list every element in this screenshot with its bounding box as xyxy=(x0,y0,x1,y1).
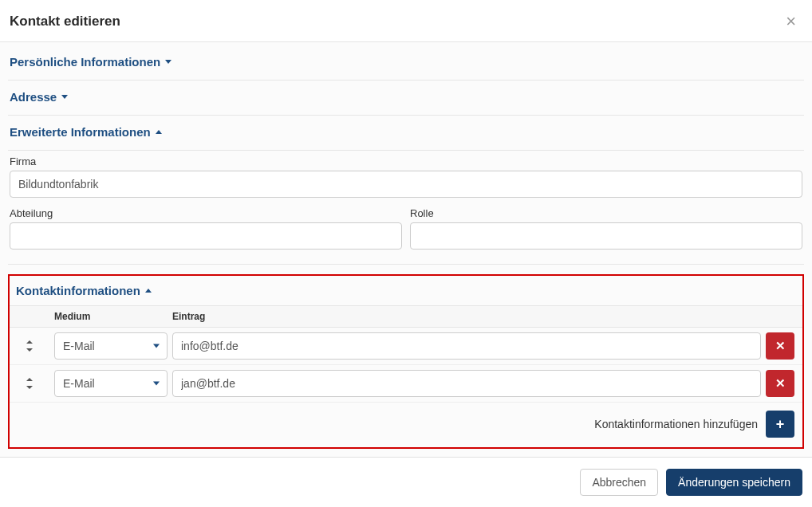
section-extended-title: Erweiterte Informationen xyxy=(10,125,151,139)
plus-icon: + xyxy=(776,416,785,433)
medium-select-value[interactable] xyxy=(54,332,168,360)
modal-title: Kontakt editieren xyxy=(10,14,120,29)
medium-select[interactable] xyxy=(54,332,168,360)
section-address-title: Adresse xyxy=(10,90,57,104)
department-label: Abteilung xyxy=(10,207,402,219)
add-contactinfo-label: Kontaktinformationen hinzufügen xyxy=(594,418,758,430)
add-contactinfo-button[interactable]: + xyxy=(766,411,794,438)
delete-icon: ✕ xyxy=(775,376,786,391)
contactinfo-highlight: Kontaktinformationen Medium Eintrag xyxy=(8,274,804,449)
medium-select-value[interactable] xyxy=(54,370,168,397)
section-personal-title: Persönliche Informationen xyxy=(10,55,160,69)
cancel-button[interactable]: Abbrechen xyxy=(580,469,658,496)
role-input[interactable] xyxy=(410,222,802,250)
department-input[interactable] xyxy=(10,222,402,250)
contactinfo-row: ✕ xyxy=(10,328,802,365)
chevron-up-icon xyxy=(156,130,162,134)
col-entry-header: Eintrag xyxy=(172,311,759,322)
company-label: Firma xyxy=(10,155,802,167)
section-address-header[interactable]: Adresse xyxy=(8,81,804,116)
modal-body: Persönliche Informationen Adresse Erweit… xyxy=(0,42,812,457)
save-button[interactable]: Änderungen speichern xyxy=(666,469,802,496)
close-button[interactable]: × xyxy=(782,13,799,30)
contactinfo-row: ✕ xyxy=(10,365,802,403)
section-personal-header[interactable]: Persönliche Informationen xyxy=(8,42,804,81)
company-input[interactable] xyxy=(10,171,802,198)
contactinfo-table-header: Medium Eintrag xyxy=(10,305,802,328)
chevron-down-icon xyxy=(61,95,68,99)
col-medium-header: Medium xyxy=(54,311,172,322)
edit-contact-modal: Kontakt editieren × Persönliche Informat… xyxy=(0,0,812,507)
role-label: Rolle xyxy=(410,207,802,219)
close-icon: × xyxy=(786,11,796,31)
add-contactinfo-row: Kontaktinformationen hinzufügen + xyxy=(10,403,802,447)
modal-footer: Abbrechen Änderungen speichern xyxy=(0,457,812,507)
section-extended-content: Firma Abteilung Rolle xyxy=(8,151,804,265)
chevron-down-icon xyxy=(165,60,171,64)
delete-icon: ✕ xyxy=(775,339,786,353)
section-contactinfo-title: Kontaktinformationen xyxy=(16,284,140,297)
section-extended-header[interactable]: Erweiterte Informationen xyxy=(8,116,804,151)
entry-input[interactable] xyxy=(172,370,761,397)
drag-handle-icon[interactable] xyxy=(26,378,49,389)
delete-row-button[interactable]: ✕ xyxy=(766,370,794,397)
section-contactinfo-header[interactable]: Kontaktinformationen xyxy=(10,276,802,305)
entry-input[interactable] xyxy=(172,332,761,360)
modal-header: Kontakt editieren × xyxy=(0,0,812,42)
drag-handle-icon[interactable] xyxy=(26,340,49,352)
medium-select[interactable] xyxy=(54,370,168,397)
delete-row-button[interactable]: ✕ xyxy=(766,332,794,360)
chevron-up-icon xyxy=(145,289,152,293)
